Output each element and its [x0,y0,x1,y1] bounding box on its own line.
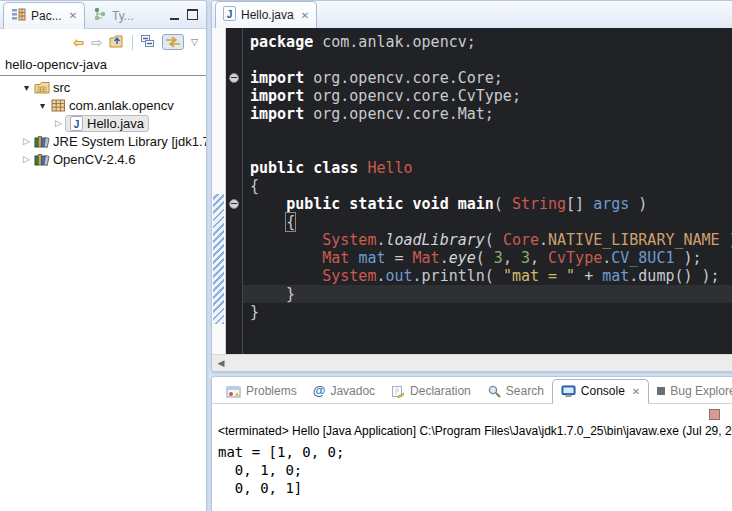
code-line-1[interactable]: package com.anlak.opencv; [250,33,732,51]
editor-panel: J Hello.java ✕ package com.anlak.opencv;… [211,0,732,372]
console-panel: Problems@JavadocDeclarationSearchConsole… [211,376,732,511]
tree-item-opencv-2-4-6[interactable]: ▷OpenCV-2.4.6 [0,150,206,168]
package-explorer-toolbar: ⇦ ⇨ ▽ [0,29,206,55]
annotation-ruler[interactable] [212,28,226,355]
tab-declaration[interactable]: Declaration [383,380,479,403]
package-explorer-icon [11,7,26,24]
close-icon[interactable]: ✕ [301,10,309,21]
package-icon [49,99,67,112]
code-line-13[interactable]: Mat mat = Mat.eye( 3, 3, CvType.CV_8UC1 … [250,249,732,267]
tab-label: Search [506,384,544,398]
console-status-line: <terminated> Hello [Java Application] C:… [212,424,732,440]
toolbar-separator [132,35,133,50]
console-toolbar [212,404,732,424]
tree-item-label: src [53,80,70,95]
tab-problems[interactable]: Problems [218,380,305,403]
code-line-9[interactable]: { [250,177,732,195]
code-line-7[interactable] [250,141,732,159]
tree-item-com-anlak-opencv[interactable]: ▾com.anlak.opencv [0,96,206,114]
code-line-5[interactable]: import org.opencv.core.Mat; [250,105,732,123]
library-icon [33,135,51,148]
code-line-16[interactable]: } [250,303,732,321]
library-icon [33,153,51,166]
tree-item-jre-system-library-jdk1-7-0[interactable]: ▷JRE System Library [jdk1.7.0 [0,132,206,150]
forward-button[interactable]: ⇨ [91,36,102,49]
view-menu-icon[interactable]: ▽ [191,36,198,49]
tab-label: Problems [246,384,297,398]
code-line-12[interactable]: System.loadLibrary( Core.NATIVE_LIBRARY_… [250,231,732,249]
tab-type-hierarchy-label: Ty... [112,9,134,23]
code-line-11[interactable]: { [250,213,732,231]
console-tabbar: Problems@JavadocDeclarationSearchConsole… [212,377,732,404]
tree-item-label: Hello.java [87,116,144,131]
scroll-left-icon[interactable]: ◀ [212,358,230,368]
package-folder-icon [33,81,51,94]
minimize-icon[interactable] [170,10,179,20]
close-icon[interactable]: ✕ [69,10,77,21]
back-button[interactable]: ⇦ [73,36,84,49]
collapsed-arrow-icon[interactable]: ▷ [20,154,33,164]
tab-hello-java-label: Hello.java [241,8,294,22]
folding-ruler[interactable] [226,28,242,355]
terminate-button[interactable] [709,409,720,420]
code-editor[interactable]: package com.anlak.opencv; import org.ope… [242,28,732,355]
code-line-4[interactable]: import org.opencv.core.CvType; [250,87,732,105]
tab-label: Declaration [410,384,471,398]
javadoc-icon: @ [313,383,326,398]
console-output-line: mat = [1, 0, 0; [218,443,727,461]
editor-horizontal-scrollbar[interactable]: ◀ [212,354,732,371]
tab-package-explorer[interactable]: Pac... ✕ [3,2,85,29]
tab-javadoc[interactable]: @Javadoc [305,379,383,403]
tree-item-label: JRE System Library [jdk1.7.0 [53,134,207,149]
collapse-all-button[interactable] [140,34,155,50]
code-line-8[interactable]: public class Hello [250,159,732,177]
tab-type-hierarchy[interactable]: Ty... [85,2,142,29]
up-folder-button[interactable] [109,34,125,50]
code-line-6[interactable] [250,123,732,141]
java-file-icon: J [223,6,236,24]
tree-item-project[interactable]: hello-opencv-java [0,55,206,76]
declaration-icon [391,385,405,398]
svg-text:J: J [227,9,233,20]
expanded-arrow-icon[interactable]: ▾ [20,82,33,93]
tab-label: Javadoc [330,384,375,398]
maximize-icon[interactable] [187,9,198,20]
java-file-icon: J [67,116,85,131]
code-line-10[interactable]: public static void main( String[] args ) [250,195,732,213]
tree-item-hello-java[interactable]: ▷JHello.java [0,114,206,132]
search-icon [487,384,501,398]
square-icon [657,387,665,395]
fold-collapse-icon[interactable] [229,73,239,83]
fold-collapse-icon[interactable] [229,199,239,209]
problems-icon [226,385,241,398]
tab-bug-explorer[interactable]: Bug Explorer [649,380,732,403]
code-line-14[interactable]: System.out.println( "mat = " + mat.dump(… [250,267,732,285]
tab-label: Console [581,384,625,398]
code-line-3[interactable]: import org.opencv.core.Core; [250,69,732,87]
console-output-line: 0, 0, 1] [218,479,727,497]
tab-console[interactable]: Console✕ [552,379,649,404]
close-icon[interactable]: ✕ [632,386,640,397]
view-window-buttons [170,9,206,28]
collapsed-arrow-icon[interactable]: ▷ [20,136,33,146]
console-output-line: 0, 1, 0; [218,461,727,479]
package-explorer-panel: Pac... ✕ Ty... ⇦ ⇨ ▽ hello-opencv-java ▾… [0,0,207,511]
tree-item-label: com.anlak.opencv [69,98,174,113]
link-with-editor-button[interactable] [162,34,184,50]
type-hierarchy-icon [93,7,107,24]
console-output[interactable]: mat = [1, 0, 0; 0, 1, 0; 0, 0, 1] [212,440,732,500]
editor-tabbar: J Hello.java ✕ [212,1,732,29]
collapsed-arrow-icon[interactable]: ▷ [52,118,65,128]
tree-item-src[interactable]: ▾src [0,78,206,96]
expanded-arrow-icon[interactable]: ▾ [36,100,49,111]
tab-package-explorer-label: Pac... [31,9,62,23]
code-line-2[interactable] [250,51,732,69]
code-line-15[interactable]: } [250,285,732,303]
tree-item-label: OpenCV-2.4.6 [53,152,135,167]
console-icon [561,385,576,398]
tab-search[interactable]: Search [479,380,552,403]
editor-content: package com.anlak.opencv; import org.ope… [212,28,732,355]
tab-hello-java[interactable]: J Hello.java ✕ [215,1,317,29]
svg-text:J: J [73,118,79,129]
package-explorer-tree: ▾src▾com.anlak.opencv▷JHello.java▷JRE Sy… [0,76,206,168]
